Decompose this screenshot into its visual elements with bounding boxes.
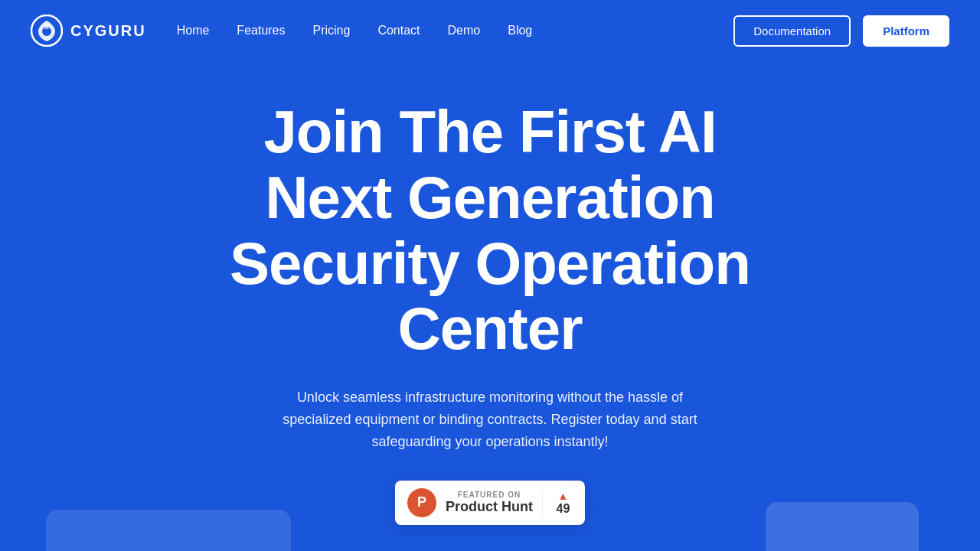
nav-link-pricing[interactable]: Pricing <box>313 24 351 37</box>
nav-link-demo[interactable]: Demo <box>448 24 481 37</box>
logo-text: CYGURU <box>70 22 146 40</box>
logo[interactable]: CYGURU <box>31 15 146 47</box>
platform-button[interactable]: Platform <box>863 15 949 47</box>
hero-title-line3: Security Operation <box>230 230 750 297</box>
nav-left: CYGURU Home Features Pricing Contact Dem… <box>31 15 532 47</box>
nav-link-blog[interactable]: Blog <box>508 24 532 37</box>
product-hunt-icon: P <box>407 488 436 517</box>
nav-link-contact[interactable]: Contact <box>377 24 420 37</box>
hero-title-line2: Next Generation <box>265 164 714 231</box>
logo-icon <box>31 15 63 47</box>
product-hunt-featured-label: FEATURED ON <box>446 491 533 499</box>
upvote-arrow-icon: ▲ <box>558 490 569 502</box>
hero-title-line4: Center <box>397 295 582 362</box>
hero-title: Join The First AI Next Generation Securi… <box>230 99 750 362</box>
nav-link-home[interactable]: Home <box>177 24 210 37</box>
documentation-button[interactable]: Documentation <box>733 15 851 47</box>
product-hunt-vote-count: 49 <box>557 502 570 516</box>
navbar: CYGURU Home Features Pricing Contact Dem… <box>0 0 980 61</box>
product-hunt-badge[interactable]: P FEATURED ON Product Hunt ▲ 49 <box>395 481 585 525</box>
product-hunt-votes: ▲ 49 <box>542 490 573 516</box>
shield-illustration: 🛡 <box>766 502 919 551</box>
nav-right: Documentation Platform <box>733 15 949 47</box>
nav-links: Home Features Pricing Contact Demo Blog <box>177 24 533 37</box>
hero-subtitle: Unlock seamless infrastructure monitorin… <box>268 386 712 452</box>
product-hunt-name: Product Hunt <box>446 499 533 515</box>
hero-section: Join The First AI Next Generation Securi… <box>0 61 980 525</box>
product-hunt-text: FEATURED ON Product Hunt <box>446 491 533 515</box>
nav-link-features[interactable]: Features <box>237 24 285 37</box>
hero-title-line1: Join The First AI <box>263 98 716 165</box>
chart-illustration <box>46 510 291 551</box>
